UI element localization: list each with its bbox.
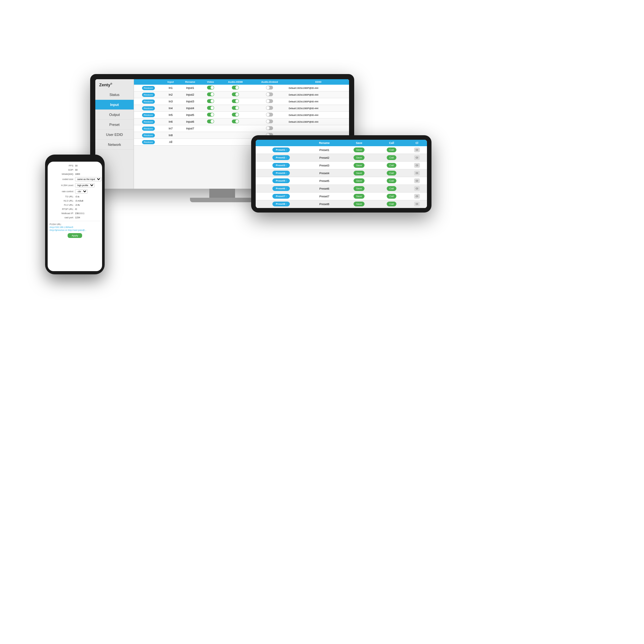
preset-label-6[interactable]: Preset7 : — [272, 194, 290, 199]
audio-embed-toggle[interactable] — [251, 85, 288, 91]
restore-button-8[interactable]: Restore — [142, 140, 155, 144]
call-button-5[interactable]: Call — [387, 186, 396, 191]
audio-embed-toggle[interactable] — [251, 105, 288, 112]
call-button-4[interactable]: Call — [387, 178, 396, 183]
video-toggle[interactable] — [202, 91, 219, 98]
restore-button-3[interactable]: Restore — [142, 106, 155, 110]
save-button-0[interactable]: Save — [354, 147, 365, 152]
col-header-input: Input — [163, 79, 178, 85]
restore-button-1[interactable]: Restore — [142, 93, 155, 97]
monitor-stand-neck — [209, 189, 235, 198]
phone-select-3[interactable]: same as the input — [75, 177, 101, 181]
preset-label-1[interactable]: Preset2 : — [272, 155, 290, 160]
preset-rename-3: Preset4 — [307, 169, 342, 177]
video-toggle[interactable] — [202, 118, 219, 125]
audio-hdmi-toggle[interactable] — [219, 98, 251, 105]
audio-hdmi-toggle[interactable] — [219, 118, 251, 125]
clear-button-5[interactable]: Cl — [414, 186, 420, 191]
preset-label-0[interactable]: Preset1 : — [272, 147, 290, 152]
call-button-2[interactable]: Call — [387, 163, 396, 168]
rename-cell: Input2 — [179, 91, 202, 98]
preset-label-7[interactable]: Preset8 : — [272, 202, 290, 206]
audio-hdmi-toggle[interactable] — [219, 132, 251, 139]
audio-hdmi-toggle[interactable] — [219, 139, 251, 146]
phone-select-4[interactable]: high profile — [75, 183, 95, 187]
call-button-7[interactable]: Call — [387, 202, 396, 206]
save-button-7[interactable]: Save — [354, 202, 365, 206]
clear-button-4[interactable]: Cl — [414, 178, 420, 183]
edid-cell: Default:1920x1080P@60-444 — [288, 98, 349, 105]
restore-button-2[interactable]: Restore — [142, 99, 155, 104]
call-button-3[interactable]: Call — [387, 171, 396, 175]
call-button-6[interactable]: Call — [387, 194, 396, 199]
preset-row: Preset1 : Preset1 Save Call Cl — [256, 146, 427, 154]
save-button-3[interactable]: Save — [354, 171, 365, 175]
clear-button-3[interactable]: Cl — [414, 171, 420, 175]
audio-hdmi-toggle[interactable] — [219, 125, 251, 132]
save-button-5[interactable]: Save — [354, 186, 365, 191]
edid-cell: Default:1920x1080P@60-444 — [288, 91, 349, 98]
call-button-0[interactable]: Call — [387, 147, 396, 152]
nav-preset[interactable]: Preset — [95, 120, 134, 130]
restore-button-4[interactable]: Restore — [142, 113, 155, 117]
video-toggle[interactable] — [202, 132, 219, 139]
clear-button-2[interactable]: Cl — [414, 163, 420, 168]
audio-hdmi-toggle[interactable] — [219, 112, 251, 118]
restore-button-7[interactable]: Restore — [142, 133, 155, 137]
phone-label-6: TS URL: — [50, 195, 74, 198]
phone-field-row: FLV URL: -0.flv — [50, 204, 100, 206]
audio-hdmi-toggle[interactable] — [219, 105, 251, 112]
audio-hdmi-toggle[interactable] — [219, 85, 251, 91]
clear-button-0[interactable]: Cl — [414, 147, 420, 152]
save-button-1[interactable]: Save — [354, 155, 365, 160]
save-button-6[interactable]: Save — [354, 194, 365, 199]
restore-button-0[interactable]: Restore — [142, 86, 155, 90]
nav-output[interactable]: Output — [95, 110, 134, 120]
preset-label-4[interactable]: Preset5 : — [272, 178, 290, 183]
brand-logo: Zenty® — [95, 79, 134, 90]
preset-label-2[interactable]: Preset3 : — [272, 163, 290, 168]
nav-input[interactable]: Input — [95, 100, 134, 110]
video-toggle[interactable] — [202, 98, 219, 105]
push-url-placeholder: rtmp://ip/xxx/xxx or rtmp://user:pass@..… — [50, 229, 100, 231]
col-header-edid: EDID — [288, 79, 349, 85]
clear-button-6[interactable]: Cl — [414, 194, 420, 199]
table-row: Restore In6 Input6 Default:1920x1080P@60… — [134, 118, 349, 125]
phone-value-7: -0.m3u8 — [75, 200, 83, 202]
clear-button-1[interactable]: Cl — [414, 155, 420, 160]
col-header-video: Video — [202, 79, 219, 85]
tablet-col-cl: Cl — [407, 140, 427, 146]
restore-button-6[interactable]: Restore — [142, 127, 155, 131]
table-row: Restore In1 Input1 Default:1920x1080P@60… — [134, 85, 349, 91]
audio-embed-toggle[interactable] — [251, 98, 288, 105]
call-button-1[interactable]: Call — [387, 155, 396, 160]
nav-user-edid[interactable]: User EDID — [95, 130, 134, 140]
video-toggle[interactable] — [202, 85, 219, 91]
video-toggle[interactable] — [202, 105, 219, 112]
phone-select-5[interactable]: -cbr — [75, 189, 88, 194]
preset-label-5[interactable]: Preset6 : — [272, 186, 290, 191]
table-row: Restore In4 Input4 Default:1920x1080P@60… — [134, 105, 349, 112]
audio-hdmi-toggle[interactable] — [219, 91, 251, 98]
restore-button-5[interactable]: Restore — [142, 120, 155, 124]
video-toggle[interactable] — [202, 139, 219, 146]
preset-label-3[interactable]: Preset4 : — [272, 171, 290, 175]
input-label: In1 — [163, 85, 178, 91]
preset-row: Preset2 : Preset2 Save Call Cl — [256, 154, 427, 162]
col-header-rename: Rename — [179, 79, 202, 85]
nav-network[interactable]: Network — [95, 140, 134, 150]
clear-button-7[interactable]: Cl — [414, 202, 420, 206]
save-button-4[interactable]: Save — [354, 178, 365, 183]
audio-embed-toggle[interactable] — [251, 91, 288, 98]
phone-label-5: rate control: — [50, 190, 74, 193]
preset-rename-0: Preset1 — [307, 146, 342, 154]
tablet-col-call: Call — [376, 140, 407, 146]
nav-status[interactable]: Status — [95, 90, 134, 100]
save-button-2[interactable]: Save — [354, 163, 365, 168]
audio-embed-toggle[interactable] — [251, 118, 288, 125]
apply-button[interactable]: Apply — [68, 233, 82, 238]
video-toggle[interactable] — [202, 112, 219, 118]
audio-embed-toggle[interactable] — [251, 112, 288, 118]
video-toggle[interactable] — [202, 125, 219, 132]
audio-embed-toggle[interactable] — [251, 125, 288, 132]
